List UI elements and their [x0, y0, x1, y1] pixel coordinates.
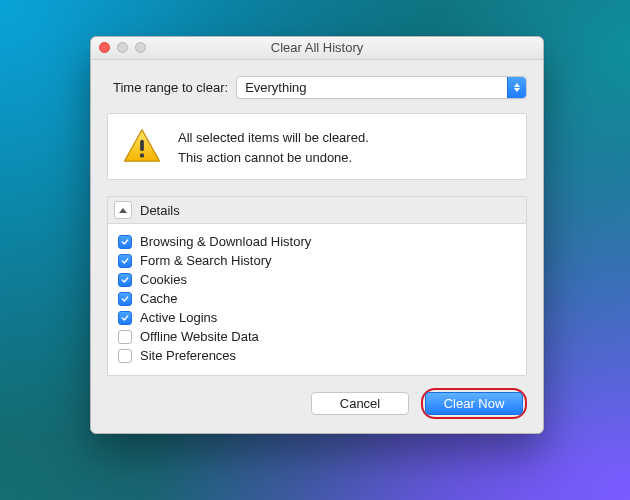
- clear-history-dialog: Clear All History Time range to clear: E…: [90, 36, 544, 434]
- chevron-up-icon: [119, 208, 127, 213]
- checkbox[interactable]: [118, 311, 132, 325]
- clear-now-button-label: Clear Now: [444, 396, 505, 411]
- details-label: Details: [140, 203, 180, 218]
- close-icon[interactable]: [99, 42, 110, 53]
- warning-panel: All selected items will be cleared. This…: [107, 113, 527, 180]
- window-controls: [99, 42, 146, 53]
- details-item[interactable]: Active Logins: [118, 308, 516, 327]
- details-item[interactable]: Site Preferences: [118, 346, 516, 365]
- titlebar: Clear All History: [91, 37, 543, 60]
- select-stepper-icon: [507, 77, 526, 98]
- svg-rect-0: [140, 140, 144, 151]
- checkbox[interactable]: [118, 235, 132, 249]
- warning-triangle-icon: [122, 126, 162, 166]
- dialog-buttons: Cancel Clear Now: [107, 388, 527, 419]
- time-range-select[interactable]: Everything: [236, 76, 527, 99]
- details-item-label: Cache: [140, 291, 178, 306]
- chevron-up-icon: [514, 83, 520, 87]
- details-item-label: Offline Website Data: [140, 329, 259, 344]
- details-item-label: Form & Search History: [140, 253, 271, 268]
- window-title: Clear All History: [271, 40, 363, 55]
- highlight-ring: Clear Now: [421, 388, 527, 419]
- chevron-down-icon: [514, 88, 520, 92]
- time-range-value: Everything: [245, 80, 306, 95]
- checkbox[interactable]: [118, 349, 132, 363]
- details-item[interactable]: Form & Search History: [118, 251, 516, 270]
- clear-now-button[interactable]: Clear Now: [425, 392, 523, 415]
- details-item[interactable]: Browsing & Download History: [118, 232, 516, 251]
- details-item-label: Browsing & Download History: [140, 234, 311, 249]
- checkbox[interactable]: [118, 330, 132, 344]
- details-disclosure-button[interactable]: [114, 201, 132, 219]
- details-item[interactable]: Cookies: [118, 270, 516, 289]
- warning-text: All selected items will be cleared. This…: [178, 126, 369, 167]
- warning-line-2: This action cannot be undone.: [178, 148, 369, 168]
- desktop-background: Clear All History Time range to clear: E…: [0, 0, 630, 500]
- minimize-icon: [117, 42, 128, 53]
- cancel-button-label: Cancel: [340, 396, 380, 411]
- time-range-row: Time range to clear: Everything: [107, 76, 527, 99]
- details-item-label: Cookies: [140, 272, 187, 287]
- maximize-icon: [135, 42, 146, 53]
- checkbox[interactable]: [118, 273, 132, 287]
- details-item-label: Site Preferences: [140, 348, 236, 363]
- details-item[interactable]: Cache: [118, 289, 516, 308]
- checkbox[interactable]: [118, 254, 132, 268]
- time-range-label: Time range to clear:: [113, 80, 228, 95]
- cancel-button[interactable]: Cancel: [311, 392, 409, 415]
- dialog-content: Time range to clear: Everything: [91, 60, 543, 433]
- checkbox[interactable]: [118, 292, 132, 306]
- details-header[interactable]: Details: [107, 196, 527, 223]
- svg-point-1: [140, 153, 144, 157]
- details-item-label: Active Logins: [140, 310, 217, 325]
- details-body: Browsing & Download HistoryForm & Search…: [107, 223, 527, 376]
- warning-line-1: All selected items will be cleared.: [178, 128, 369, 148]
- details-item[interactable]: Offline Website Data: [118, 327, 516, 346]
